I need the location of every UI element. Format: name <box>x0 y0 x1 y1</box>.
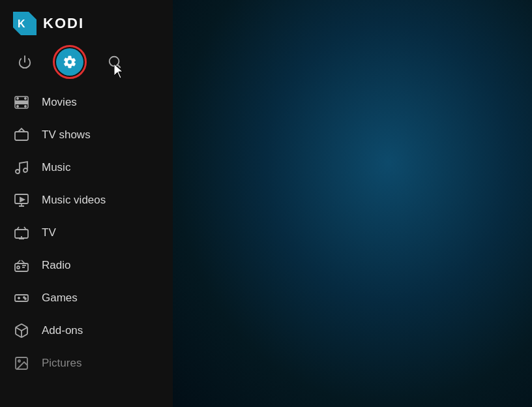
nav-list: Movies TV shows <box>0 86 173 407</box>
svg-marker-15 <box>20 198 24 202</box>
sidebar-item-radio-label: Radio <box>42 259 70 272</box>
sidebar-item-tv[interactable]: TV <box>0 217 173 249</box>
app-title: KODI <box>43 15 84 32</box>
svg-rect-9 <box>15 100 28 104</box>
sidebar-item-games-label: Games <box>42 292 78 305</box>
svg-point-6 <box>24 97 27 100</box>
sidebar-item-add-ons[interactable]: Add-ons <box>0 314 173 347</box>
games-icon <box>13 290 30 307</box>
kodi-logo-icon: K <box>13 12 37 35</box>
sidebar-item-movies-label: Movies <box>42 96 77 109</box>
sidebar-item-games[interactable]: Games <box>0 282 173 314</box>
sidebar-item-pictures-label: Pictures <box>42 357 81 370</box>
svg-point-5 <box>16 97 19 100</box>
sidebar-item-radio[interactable]: Radio <box>0 249 173 282</box>
sidebar-item-tv-label: TV <box>42 226 56 239</box>
svg-point-25 <box>18 360 20 362</box>
sidebar-item-music[interactable]: Music <box>0 151 173 184</box>
svg-rect-11 <box>15 132 28 140</box>
sidebar-item-music-label: Music <box>42 161 70 174</box>
main-content <box>173 0 532 407</box>
radio-icon <box>13 257 30 274</box>
music-icon <box>13 159 30 176</box>
sidebar-item-tv-shows[interactable]: TV shows <box>0 119 173 151</box>
logo-area: K KODI <box>0 0 173 43</box>
music-videos-icon <box>13 192 30 209</box>
svg-point-7 <box>16 105 19 108</box>
svg-point-8 <box>24 105 27 108</box>
movies-icon <box>13 94 30 111</box>
svg-point-12 <box>16 170 20 173</box>
sidebar-item-music-videos-label: Music videos <box>42 194 106 207</box>
svg-point-13 <box>23 168 27 172</box>
sidebar-item-pictures[interactable]: Pictures <box>0 347 173 380</box>
sidebar-item-tv-shows-label: TV shows <box>42 128 91 142</box>
sidebar-item-add-ons-label: Add-ons <box>42 324 83 337</box>
svg-text:K: K <box>18 18 25 29</box>
sidebar: K KODI <box>0 0 173 407</box>
search-button[interactable] <box>103 50 126 74</box>
add-ons-icon <box>13 322 30 339</box>
pictures-icon <box>13 355 30 372</box>
svg-line-4 <box>117 65 120 67</box>
top-icons-bar <box>0 43 173 86</box>
tv-icon <box>13 224 30 241</box>
tv-shows-icon <box>13 127 30 143</box>
svg-point-18 <box>17 266 20 269</box>
svg-point-22 <box>25 298 26 299</box>
app-container: K KODI <box>0 0 532 407</box>
power-button[interactable] <box>13 50 37 74</box>
sidebar-item-music-videos[interactable]: Music videos <box>0 184 173 217</box>
settings-button[interactable] <box>56 48 83 76</box>
sidebar-item-movies[interactable]: Movies <box>0 86 173 119</box>
